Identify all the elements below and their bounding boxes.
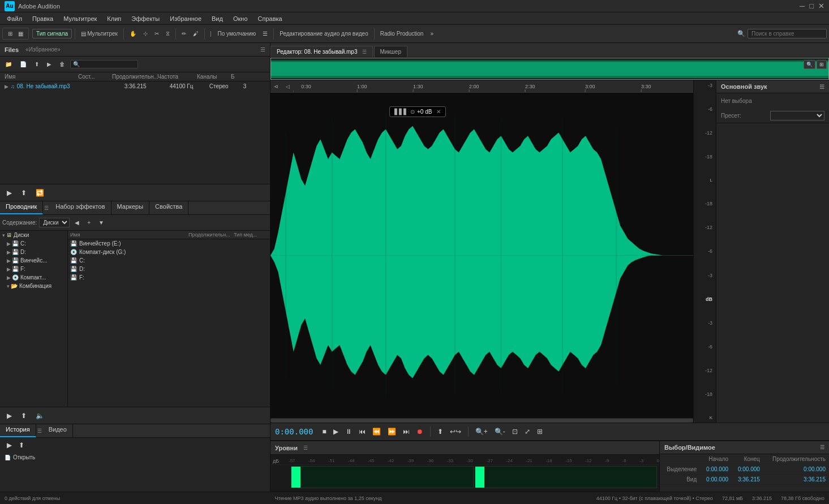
pencil-tool[interactable]: ✏: [179, 29, 189, 38]
overview-zoom-in[interactable]: 🔍: [804, 60, 815, 69]
tab-navigator[interactable]: Проводник: [0, 201, 43, 214]
audio-editing-btn[interactable]: Редактирование аудио для видео: [277, 29, 371, 38]
reveal-btn[interactable]: ⬆: [32, 60, 42, 68]
tree-disks[interactable]: ▾ 🖥 Диски: [0, 231, 67, 239]
nav-tab-menu[interactable]: ☰: [43, 205, 50, 211]
tab-video[interactable]: Видео: [43, 424, 73, 437]
tab-menu-icon[interactable]: ☰: [362, 49, 367, 55]
menu-clip[interactable]: Клип: [102, 14, 126, 23]
go-start-btn[interactable]: ⏮: [356, 427, 368, 437]
new-file-btn[interactable]: 📄: [17, 60, 29, 68]
files-loop-btn[interactable]: 🔁: [33, 188, 46, 198]
sound-panel-menu[interactable]: ☰: [819, 84, 824, 90]
play-btn[interactable]: ▶: [331, 427, 341, 437]
record-btn[interactable]: ⏺: [414, 427, 426, 437]
radio-production-btn[interactable]: Radio Production: [377, 29, 427, 38]
files-export-btn[interactable]: ⬆: [19, 188, 29, 198]
explorer-play-btn[interactable]: ▶: [5, 411, 14, 421]
sel-end-1[interactable]: 3:36.215: [732, 475, 763, 485]
menu-favorites[interactable]: Избранное: [165, 14, 206, 23]
loop-btn[interactable]: ↩↪: [448, 427, 463, 437]
zoom-sel-btn[interactable]: ⊡: [510, 427, 520, 437]
content-dropdown[interactable]: Диски: [39, 218, 70, 227]
preset-dropdown[interactable]: [770, 111, 825, 120]
menu-file[interactable]: Файл: [2, 14, 27, 23]
sel-panel-menu[interactable]: ☰: [820, 445, 824, 450]
tree-d[interactable]: ▶ 💾 D:: [0, 248, 67, 256]
right-item-0[interactable]: 💾 Винчейстер (E:): [68, 239, 270, 248]
menu-help[interactable]: Справка: [254, 14, 287, 23]
zoom-custom-btn[interactable]: ⊞: [535, 427, 545, 437]
menu-window[interactable]: Окно: [229, 14, 252, 23]
spectral-view-btn[interactable]: ▦: [15, 29, 26, 38]
db-center-l[interactable]: L: [695, 178, 715, 183]
tab-properties[interactable]: Свойства: [149, 201, 188, 214]
tab-history[interactable]: История: [0, 424, 36, 437]
db-center-r[interactable]: K: [695, 415, 715, 420]
right-item-2[interactable]: 💾 C:: [68, 256, 270, 265]
hand-tool[interactable]: ✋: [127, 29, 139, 38]
right-item-1[interactable]: 💿 Компакт-диск (G:): [68, 248, 270, 256]
waveform-view-btn[interactable]: ⊞: [5, 29, 15, 38]
right-item-3[interactable]: 💾 D:: [68, 265, 270, 273]
sel-dur-0[interactable]: 0:00.000: [763, 464, 829, 475]
history-play-btn[interactable]: ▶: [5, 440, 14, 450]
razor-tool[interactable]: ✂: [152, 29, 162, 38]
menu-multitrack[interactable]: Мультитрек: [59, 14, 101, 23]
popup-close-btn[interactable]: ✕: [436, 109, 441, 115]
tree-kompakt[interactable]: ▶ 💿 Компакт...: [0, 273, 67, 282]
nav-back-btn[interactable]: ◀: [72, 218, 82, 227]
add-file-folder-btn[interactable]: 📁: [2, 60, 15, 68]
menu-effects[interactable]: Эффекты: [127, 14, 164, 23]
h-scrollbar-thumb[interactable]: [270, 419, 693, 423]
overview-zoom-out[interactable]: ⊞: [817, 60, 827, 69]
history-open-item[interactable]: 📄 Открыть: [0, 453, 270, 462]
select-tool[interactable]: ⊹: [140, 29, 151, 38]
pause-btn[interactable]: ⏸: [343, 427, 354, 437]
go-end-btn[interactable]: ⏭: [401, 427, 412, 437]
fast-forward-btn[interactable]: ⏩: [385, 427, 398, 437]
zoom-out-btn[interactable]: 🔍-: [492, 427, 508, 437]
more-workspaces-btn[interactable]: »: [427, 29, 436, 38]
time-tool[interactable]: ⧖: [163, 29, 173, 38]
right-item-4[interactable]: 💾 F:: [68, 273, 270, 282]
maximize-icon[interactable]: □: [809, 2, 814, 10]
default-workspace-btn[interactable]: По умолчанию: [215, 29, 259, 38]
autoplay-btn[interactable]: ▶: [44, 60, 54, 68]
workspace-menu-btn[interactable]: ☰: [260, 29, 270, 38]
menu-view[interactable]: Вид: [207, 14, 227, 23]
file-row[interactable]: ▶ ♫ 08. Не забывай.mp3 3:36.215 44100 Гц…: [0, 81, 270, 91]
minimize-icon[interactable]: ─: [800, 2, 805, 10]
signal-type-label[interactable]: Тип сигнала: [32, 29, 72, 38]
explorer-export-btn[interactable]: ⬆: [19, 411, 29, 421]
stop-btn[interactable]: ■: [320, 427, 328, 437]
sel-start-1[interactable]: 0:00.000: [700, 475, 732, 485]
tree-combo[interactable]: ▾ 📂 Комбинация: [0, 282, 67, 290]
files-search-input[interactable]: [70, 60, 138, 68]
help-search-input[interactable]: [748, 29, 827, 38]
h-scrollbar[interactable]: [270, 418, 693, 423]
nav-add-btn[interactable]: +: [84, 218, 93, 227]
files-play-btn[interactable]: ▶: [5, 188, 14, 198]
tree-winch[interactable]: ▶ 💾 Винчейс...: [0, 256, 67, 265]
zoom-all-btn[interactable]: ⤢: [522, 427, 532, 437]
files-panel-menu[interactable]: ☰: [260, 46, 265, 53]
export-btn[interactable]: ⬆: [435, 427, 445, 437]
sel-dur-1[interactable]: 3:36.215: [763, 475, 829, 485]
delete-btn[interactable]: 🗑: [57, 60, 68, 68]
timeline-marker-btn[interactable]: ◁: [282, 81, 293, 92]
nav-filter-btn[interactable]: ▼: [96, 218, 107, 227]
levels-menu[interactable]: ☰: [303, 445, 308, 451]
editor-tab-main[interactable]: Редактор: 08. Не забывай.mp3 ☰: [270, 46, 373, 57]
brush-tool[interactable]: 🖌: [190, 29, 201, 38]
tab-markers[interactable]: Маркеры: [111, 201, 150, 214]
sel-end-0[interactable]: 0:00.000: [732, 464, 763, 475]
zoom-in-btn[interactable]: 🔍+: [473, 427, 490, 437]
sel-start-0[interactable]: 0:00.000: [700, 464, 732, 475]
editor-tab-mixer[interactable]: Микшер: [374, 46, 407, 57]
explorer-vol-btn[interactable]: 🔈: [33, 411, 46, 421]
tree-f[interactable]: ▶ 💾 F:: [0, 265, 67, 273]
history-import-btn[interactable]: ⬆: [16, 440, 27, 450]
timeline-loop-btn[interactable]: ⊲: [270, 81, 282, 92]
tree-c[interactable]: ▶ 💾 C:: [0, 239, 67, 248]
